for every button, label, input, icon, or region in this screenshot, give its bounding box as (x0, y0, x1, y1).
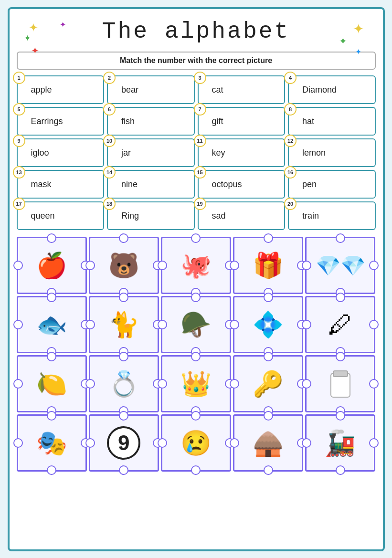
left-circle-decoration (302, 379, 311, 389)
lemon-emoji: 🍋 (36, 371, 67, 396)
word-number: 13 (13, 166, 25, 179)
top-circle-decoration (47, 293, 56, 302)
picture-cell-4: 🎁 (233, 237, 303, 294)
word-label: nine (121, 179, 138, 190)
word-number: 12 (284, 135, 297, 147)
star-icon: ✦ (355, 47, 361, 56)
top-circle-decoration (264, 411, 273, 421)
picture-cell-9: 💠 (233, 296, 303, 353)
title-area: ✦ ✦ ✦ ✦ ✦ ✦ ✦ The alphabet (17, 16, 376, 47)
word-label: igloo (31, 148, 49, 158)
words-grid: 1apple2bear3cat4Diamond5Earrings6fish7gi… (17, 75, 376, 230)
star-icon: ✦ (29, 21, 38, 34)
nine-ball: 9 (107, 426, 140, 460)
word-cell: 14nine (107, 170, 195, 199)
word-cell: 8hat (288, 107, 376, 136)
word-cell: 16pen (288, 170, 376, 199)
hat-emoji: 🪖 (180, 310, 212, 339)
fish-emoji: 🐟 (36, 312, 67, 337)
page-title: The alphabet (17, 19, 376, 44)
top-circle-decoration (191, 233, 201, 243)
word-cell: 1apple (17, 75, 105, 104)
left-circle-decoration (13, 320, 23, 329)
word-label: bear (121, 85, 138, 95)
word-cell: 12lemon (288, 138, 376, 167)
word-number: 4 (284, 72, 297, 84)
word-label: fish (121, 116, 135, 126)
top-circle-decoration (119, 293, 128, 302)
star-icon: ✦ (353, 21, 364, 37)
word-number: 19 (194, 198, 206, 210)
word-cell: 10jar (107, 138, 195, 167)
top-circle-decoration (264, 293, 273, 302)
left-circle-decoration (85, 320, 95, 329)
right-circle-decoration (369, 320, 379, 329)
left-circle-decoration (13, 438, 23, 448)
top-circle-decoration (119, 233, 128, 243)
left-circle-decoration (158, 261, 167, 270)
word-label: key (212, 148, 225, 158)
star-icon: ✦ (31, 45, 39, 56)
picture-cell-16: 🎭 (17, 414, 87, 472)
word-cell: 18Ring (107, 201, 195, 230)
word-cell: 9igloo (17, 138, 105, 167)
picture-cell-17: 9 (89, 414, 159, 472)
left-circle-decoration (13, 261, 23, 270)
top-circle-decoration (47, 352, 56, 361)
queen-emoji: 👑 (180, 371, 212, 396)
picture-cell-15 (305, 355, 375, 412)
left-circle-decoration (302, 320, 311, 329)
word-label: sad (212, 211, 226, 221)
word-label: Diamond (302, 85, 337, 95)
top-circle-decoration (336, 233, 345, 243)
left-circle-decoration (230, 261, 239, 270)
word-label: pen (302, 179, 317, 190)
pen-emoji: 🖊 (328, 312, 353, 337)
top-circle-decoration (336, 352, 345, 361)
left-circle-decoration (230, 379, 239, 389)
word-label: Ring (121, 211, 139, 221)
word-label: train (302, 211, 319, 221)
earrings-emoji: 💎💎 (316, 254, 365, 277)
word-label: cat (212, 85, 223, 95)
key-emoji: 🔑 (253, 371, 284, 396)
top-circle-decoration (336, 411, 345, 421)
word-number: 8 (284, 103, 297, 116)
picture-cell-18: 😢 (161, 414, 231, 472)
right-circle-decoration (369, 379, 379, 389)
word-cell: 6fish (107, 107, 195, 136)
left-circle-decoration (158, 438, 167, 448)
word-number: 9 (13, 135, 25, 147)
picture-cell-11: 🍋 (17, 355, 87, 412)
top-circle-decoration (119, 411, 128, 421)
word-cell: 11key (198, 138, 286, 167)
left-circle-decoration (13, 379, 23, 389)
word-number: 6 (103, 103, 116, 116)
word-number: 10 (103, 135, 116, 147)
star-icon: ✦ (24, 33, 31, 43)
top-circle-decoration (264, 233, 273, 243)
word-cell: 19sad (198, 201, 286, 230)
word-number: 7 (194, 103, 206, 116)
igloo-emoji: 🛖 (253, 429, 284, 458)
left-circle-decoration (302, 438, 311, 448)
top-circle-decoration (119, 352, 128, 361)
word-number: 17 (13, 198, 25, 210)
ring-emoji: 💍 (108, 371, 139, 396)
right-circle-decoration (369, 438, 379, 448)
top-circle-decoration (47, 233, 56, 243)
apple-emoji: 🍎 (36, 253, 67, 278)
word-label: gift (212, 116, 223, 126)
top-circle-decoration (191, 411, 201, 421)
picture-cell-5: 💎💎 (305, 237, 375, 294)
right-circle-decoration (369, 261, 379, 270)
word-cell: 13mask (17, 170, 105, 199)
word-cell: 3cat (198, 75, 286, 104)
octopus-emoji: 🐙 (180, 253, 212, 278)
picture-cell-12: 💍 (89, 355, 159, 412)
word-label: apple (31, 85, 52, 95)
top-circle-decoration (191, 352, 201, 361)
diamond-emoji: 💠 (253, 310, 284, 339)
bottom-circle-decoration (264, 465, 273, 475)
picture-cell-13: 👑 (161, 355, 231, 412)
